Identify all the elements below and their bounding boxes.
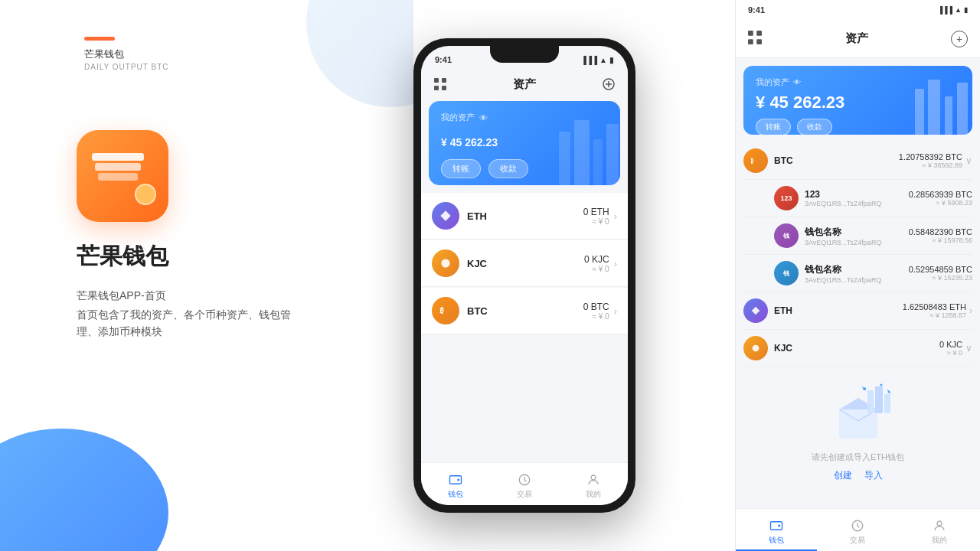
mine-nav-icon — [586, 472, 601, 487]
right-123-addr: 3AvEQt1R8...TsZ4fpaRQ — [805, 200, 909, 207]
right-nav-wallet[interactable]: 钱包 — [736, 515, 817, 546]
right-btc-balance: 1.20758392 BTC ≈ ¥ 36592.89 — [899, 152, 962, 169]
svg-rect-22 — [748, 39, 753, 44]
right-nav-tx-label: 交易 — [850, 535, 865, 546]
brand-subtitle: DAILY OUTPUT BTC — [84, 63, 168, 71]
right-coin-wallet1[interactable]: 钱 钱包名称 3AvEQt1R8...TsZ4fpaRQ 0.58482390 … — [743, 217, 972, 255]
phone-notch — [490, 46, 559, 63]
right-wallet1-info: 钱包名称 3AvEQt1R8...TsZ4fpaRQ — [805, 226, 909, 246]
right-wallet2-info: 钱包名称 3AvEQt1R8...TsZ4fpaRQ — [805, 263, 909, 284]
svg-point-30 — [753, 345, 760, 352]
right-status-icons: ▐▐▐ ▲ ▮ — [938, 6, 968, 14]
empty-state-links: 创建 导入 — [834, 469, 883, 482]
svg-rect-2 — [434, 86, 439, 90]
kjc-balance: 0 KJC — [584, 254, 609, 265]
right-grid-icon[interactable] — [748, 31, 762, 47]
right-btc-arrow-icon: ∨ — [965, 155, 972, 166]
phone-nav-wallet[interactable]: 钱包 — [421, 469, 490, 500]
phone-nav-mine[interactable]: 我的 — [559, 469, 628, 500]
svg-rect-37 — [884, 394, 890, 413]
phone-nav-wallet-label: 钱包 — [448, 489, 463, 500]
right-asset-card: 我的资产 👁 ¥ 45 262.23 转账 收款 — [743, 66, 972, 135]
kjc-arrow-icon: › — [614, 258, 617, 269]
right-coin-btc[interactable]: ₿ BTC 1.20758392 BTC ≈ ¥ 36592.89 ∨ — [743, 142, 972, 180]
phone-coin-btc[interactable]: ₿ BTC 0 BTC ≈ ¥ 0 › — [421, 288, 628, 334]
eth-info: ETH — [467, 210, 583, 222]
phone-screen: 9:41 ▐▐▐ ▲ ▮ 资产 — [421, 46, 628, 505]
kjc-balance-group: 0 KJC ≈ ¥ 0 — [584, 254, 609, 273]
kjc-approx: ≈ ¥ 0 — [584, 265, 609, 273]
right-transfer-button[interactable]: 转账 — [756, 119, 791, 135]
right-kjc-name: KJC — [774, 343, 939, 354]
phone-frame: 9:41 ▐▐▐ ▲ ▮ 资产 — [413, 38, 635, 513]
eye-icon[interactable]: 👁 — [479, 113, 488, 122]
right-coin-123[interactable]: 123 123 3AvEQt1R8...TsZ4fpaRQ 0.28563939… — [743, 180, 972, 217]
svg-point-15 — [457, 478, 459, 481]
btc-balance-group: 0 BTC ≈ ¥ 0 — [583, 302, 609, 321]
asset-card: 我的资产 👁 ¥45 262.23 转账 收款 — [429, 101, 620, 185]
right-coin-list: ₿ BTC 1.20758392 BTC ≈ ¥ 36592.89 ∨ 123 … — [736, 142, 980, 367]
grid-menu-icon[interactable] — [432, 76, 449, 93]
svg-rect-21 — [756, 31, 762, 36]
right-eye-icon[interactable]: 👁 — [793, 78, 801, 86]
eth-balance: 0 ETH — [583, 207, 609, 217]
empty-illustration — [820, 383, 897, 444]
right-wallet1-balance: 0.58482390 BTC ≈ ¥ 15978.56 — [909, 227, 972, 244]
phone-bottom-nav: 钱包 交易 我的 — [421, 462, 628, 505]
right-wallet2-name: 钱包名称 — [805, 263, 909, 276]
eth-balance-group: 0 ETH ≈ ¥ 0 — [583, 207, 609, 226]
svg-point-12 — [441, 259, 449, 267]
right-kjc-info: KJC — [774, 343, 939, 354]
right-nav-tx[interactable]: 交易 — [817, 515, 898, 546]
brand-name-top: 芒果钱包 — [84, 47, 124, 61]
btc-info: BTC — [467, 305, 583, 317]
battery-icon: ▮ — [609, 56, 614, 64]
svg-rect-8 — [574, 120, 590, 185]
right-wallet-nav-icon — [769, 518, 784, 533]
create-wallet-link[interactable]: 创建 — [834, 469, 852, 482]
right-coin-eth[interactable]: ETH 1.62508483 ETH ≈ ¥ 1288.87 › — [743, 292, 972, 330]
right-eth-logo — [743, 298, 768, 323]
wifi-icon: ▲ — [599, 56, 607, 64]
right-btc-info: BTC — [774, 155, 899, 166]
svg-rect-0 — [434, 78, 439, 83]
right-kjc-arrow-icon: ∨ — [965, 343, 972, 354]
right-wifi-icon: ▲ — [955, 6, 962, 14]
right-coin-wallet2[interactable]: 钱 钱包名称 3AvEQt1R8...TsZ4fpaRQ 0.52954859 … — [743, 255, 972, 292]
right-wallet2-logo: 钱 — [774, 261, 799, 285]
eth-logo — [432, 202, 459, 230]
right-status-bar: 9:41 ▐▐▐ ▲ ▮ — [736, 0, 980, 20]
svg-marker-11 — [440, 210, 451, 221]
right-coin-kjc[interactable]: KJC 0 KJC ≈ ¥ 0 ∨ — [743, 330, 972, 367]
right-wallet1-addr: 3AvEQt1R8...TsZ4fpaRQ — [805, 239, 909, 246]
btc-arrow-icon: › — [614, 305, 617, 317]
phone-nav-tx[interactable]: 交易 — [490, 469, 559, 500]
add-icon[interactable] — [600, 76, 617, 93]
right-tx-nav-icon — [850, 518, 865, 533]
phone-coin-eth[interactable]: ETH 0 ETH ≈ ¥ 0 › — [421, 193, 628, 240]
phone-coin-kjc[interactable]: KJC 0 KJC ≈ ¥ 0 › — [421, 240, 628, 287]
right-nav-wallet-label: 钱包 — [769, 535, 784, 546]
left-section: 芒果钱包 DAILY OUTPUT BTC 芒果钱包 芒果钱包APP-首页 首页… — [0, 0, 413, 551]
svg-rect-27 — [957, 83, 968, 135]
right-wallet1-logo: 钱 — [774, 223, 799, 248]
svg-rect-3 — [442, 86, 446, 90]
phone-status-icons: ▐▐▐ ▲ ▮ — [581, 56, 614, 64]
svg-rect-20 — [748, 31, 753, 36]
right-123-balance: 0.28563939 BTC ≈ ¥ 5908.23 — [909, 190, 972, 207]
signal-icon: ▐▐▐ — [581, 56, 597, 64]
receive-button[interactable]: 收款 — [488, 159, 528, 178]
tx-nav-icon — [517, 472, 532, 487]
svg-point-44 — [778, 524, 780, 527]
right-add-button[interactable]: + — [951, 31, 968, 47]
right-nav-mine[interactable]: 我的 — [899, 515, 980, 546]
right-receive-button[interactable]: 收款 — [797, 119, 832, 135]
import-wallet-link[interactable]: 导入 — [864, 469, 883, 482]
right-123-name: 123 — [805, 189, 909, 200]
svg-point-40 — [880, 384, 882, 386]
blue-blob-decoration — [0, 429, 168, 551]
phone-section: 9:41 ▐▐▐ ▲ ▮ 资产 — [368, 15, 681, 536]
transfer-button[interactable]: 转账 — [441, 159, 481, 178]
svg-line-18 — [524, 480, 526, 481]
svg-rect-35 — [867, 390, 874, 413]
